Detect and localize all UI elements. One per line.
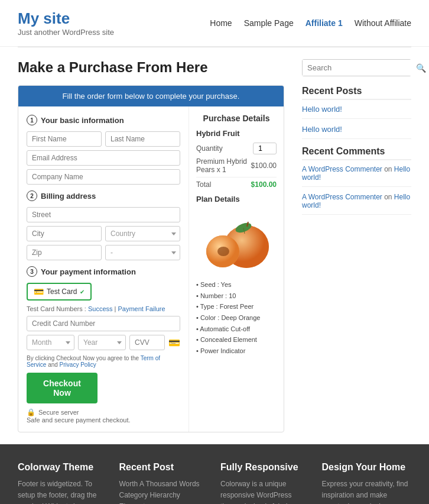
footer-col-3: Design Your Home Express your creativity…: [322, 462, 412, 504]
quantity-input[interactable]: [253, 143, 277, 154]
lock-icon: 🔒: [27, 408, 35, 416]
footer-col-text-2: Colorway is a unique responsive WordPres…: [220, 479, 310, 504]
on-text-1: on: [384, 193, 394, 201]
nav-sample-page[interactable]: Sample Page: [244, 18, 294, 28]
line-item-price: $100.00: [251, 161, 277, 170]
sidebar-post-1[interactable]: Hello world!: [302, 125, 411, 139]
footer-col-text-3: Express your creativity, find inspiratio…: [322, 479, 412, 504]
year-select[interactable]: Year: [78, 335, 126, 350]
name-row: [27, 131, 180, 147]
checkout-box: Fill the order form below to complete yo…: [18, 85, 284, 432]
footer-col-title-3: Design Your Home: [322, 462, 412, 473]
card-number-input[interactable]: [27, 316, 180, 331]
feature-power: Power Indicator: [196, 345, 277, 357]
footer-col-title-2: Fully Responsive: [220, 462, 310, 473]
footer-post-link-1[interactable]: Category Hierarchy Elements: [119, 490, 209, 504]
feature-concealed: Concealed Element: [196, 334, 277, 345]
commenter-1: A WordPress Commenter: [302, 193, 382, 201]
last-name-input[interactable]: [105, 131, 180, 147]
plan-features: Seed : Yes Number : 10 Type : Forest Pee…: [196, 279, 277, 357]
footer: Colorway Theme Footer is widgetized. To …: [0, 444, 429, 504]
privacy-link[interactable]: Privacy Policy: [60, 361, 96, 368]
nav-without-affiliate[interactable]: Without Affiliate: [355, 18, 411, 28]
fruit-image: [196, 208, 279, 273]
form-section: 1 Your basic information: [18, 106, 189, 432]
nav-affiliate1[interactable]: Affiliate 1: [306, 18, 343, 28]
recent-posts-title: Recent Posts: [302, 86, 411, 100]
plan-title: Plan Details: [196, 195, 277, 203]
feature-cutoff: Automatic Cut-off: [196, 324, 277, 335]
street-row: [27, 207, 180, 222]
cvv-icon: 💳: [168, 335, 180, 350]
feature-color: Color : Deep Orange: [196, 312, 277, 324]
success-link[interactable]: Success: [88, 305, 113, 312]
step2-header: 2 Billing address: [27, 190, 180, 201]
footer-col-0: Colorway Theme Footer is widgetized. To …: [18, 462, 108, 504]
terms-text: By clicking Checkout Now you agree to th…: [27, 355, 180, 368]
checkout-now-button[interactable]: Checkout Now: [27, 373, 98, 403]
zip-row: -: [27, 245, 180, 260]
zip-input[interactable]: [27, 245, 102, 260]
nav-home[interactable]: Home: [210, 18, 232, 28]
test-card-text: Test Card Numbers :: [27, 305, 86, 312]
month-select[interactable]: Month: [27, 335, 74, 350]
feature-type: Type : Forest Peer: [196, 301, 277, 312]
step2-title: Billing address: [41, 192, 96, 201]
search-input[interactable]: [303, 60, 411, 76]
failure-link[interactable]: Payment Failure: [118, 305, 165, 312]
site-branding: My site Just another WordPress site: [18, 9, 114, 37]
feature-number: Number : 10: [196, 290, 277, 302]
step3-circle: 3: [27, 266, 37, 277]
company-input[interactable]: [27, 169, 180, 185]
svg-point-4: [217, 247, 229, 256]
email-input[interactable]: [27, 150, 180, 166]
site-title: My site: [18, 9, 114, 28]
secure-label: Secure server: [38, 409, 79, 416]
card-btn-label: Test Card: [47, 287, 77, 296]
sidebar-post-0[interactable]: Hello world!: [302, 105, 411, 119]
comment-item-0: A WordPress Commenter on Hello world!: [302, 165, 411, 187]
card-icon: 💳: [34, 287, 44, 296]
city-country-row: Country: [27, 226, 180, 241]
country-select[interactable]: Country: [105, 226, 180, 241]
check-icon: ✔: [80, 289, 84, 295]
test-card-button[interactable]: 💳 Test Card ✔: [27, 283, 92, 301]
first-name-input[interactable]: [27, 131, 102, 147]
main-layout: Make a Purchase From Here Fill the order…: [0, 47, 429, 444]
site-header: My site Just another WordPress site Home…: [0, 0, 429, 47]
total-label: Total: [196, 180, 211, 189]
search-box: 🔍: [302, 59, 411, 76]
street-input[interactable]: [27, 207, 180, 222]
test-card-links: Test Card Numbers : Success | Payment Fa…: [27, 305, 180, 312]
quantity-label: Quantity: [196, 144, 223, 153]
recent-comments-title: Recent Comments: [302, 146, 411, 160]
checkout-header-text: Fill the order form below to complete yo…: [18, 86, 284, 106]
step3-header: 3 Your payment information: [27, 266, 180, 277]
purchase-section: Purchase Details Hybrid Fruit Quantity P…: [189, 106, 284, 432]
site-tagline: Just another WordPress site: [18, 28, 114, 37]
checkout-body: 1 Your basic information: [18, 106, 284, 432]
card-number-row: [27, 316, 180, 331]
footer-col-1: Recent Post Worth A Thousand Words Categ…: [119, 462, 209, 504]
feature-seed: Seed : Yes: [196, 279, 277, 290]
total-amount: $100.00: [251, 180, 277, 189]
step1-title: Your basic information: [41, 116, 124, 125]
content-area: Make a Purchase From Here Fill the order…: [18, 59, 284, 432]
on-text-0: on: [384, 165, 394, 173]
footer-post-link-0[interactable]: Worth A Thousand Words: [119, 479, 209, 490]
quantity-row: Quantity: [196, 143, 277, 154]
page-title: Make a Purchase From Here: [18, 59, 284, 76]
footer-col-title-0: Colorway Theme: [18, 462, 108, 473]
fruit-svg: [202, 211, 273, 270]
footer-widgets: Colorway Theme Footer is widgetized. To …: [0, 444, 429, 504]
step3-title: Your payment information: [41, 267, 136, 276]
cvv-input[interactable]: [129, 335, 165, 350]
sidebar: 🔍 Recent Posts Hello world! Hello world!…: [302, 59, 411, 432]
step1-circle: 1: [27, 115, 37, 125]
main-nav: Home Sample Page Affiliate 1 Without Aff…: [210, 18, 411, 28]
comment-item-1: A WordPress Commenter on Hello world!: [302, 193, 411, 215]
search-button[interactable]: 🔍: [411, 60, 429, 76]
zip-ext-select[interactable]: -: [105, 245, 180, 260]
city-input[interactable]: [27, 226, 102, 241]
step1-header: 1 Your basic information: [27, 115, 180, 125]
